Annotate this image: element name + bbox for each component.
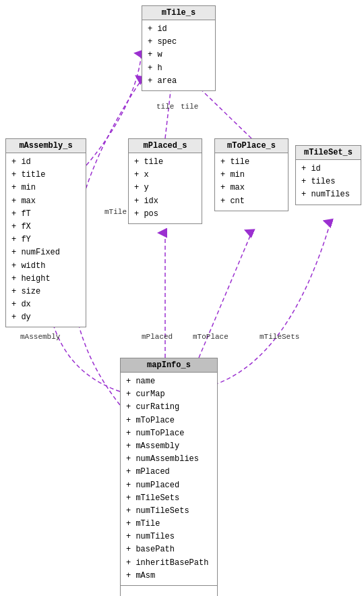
field: + numTileSets — [126, 505, 212, 518]
field: + mTile — [126, 518, 212, 531]
box-mToPlace_s-header: mToPlace_s — [215, 139, 288, 153]
box-mAssembly_s: mAssembly_s + id + title + min + max + f… — [5, 138, 86, 327]
field: + mPlaced — [126, 466, 212, 479]
field: + spec — [148, 36, 210, 49]
box-mPlaced_s: mPlaced_s + tile + x + y + idx + pos — [128, 138, 202, 224]
box-mPlaced_s-body: + tile + x + y + idx + pos — [129, 153, 202, 223]
field: + name — [126, 375, 212, 388]
label-mTile: mTile — [104, 208, 127, 216]
box-mTileSet_s-header: mTileSet_s — [296, 146, 361, 160]
field: + numAssemblies — [126, 453, 212, 466]
field: + fT — [11, 208, 80, 221]
box-mToPlace_s: mToPlace_s + tile + min + max + cnt — [214, 138, 289, 211]
box-mTileSet_s-title: mTileSet_s — [304, 148, 353, 157]
field: + fY — [11, 234, 80, 246]
box-mPlaced_s-header: mPlaced_s — [129, 139, 202, 153]
field: + title — [11, 169, 80, 182]
box-mapInfo_s-footer — [121, 585, 217, 596]
box-mPlaced_s-title: mPlaced_s — [144, 141, 187, 151]
field: + numTiles — [126, 531, 212, 543]
field: + id — [301, 163, 355, 175]
field: + tiles — [301, 175, 355, 188]
field: + mAssembly — [126, 440, 212, 453]
label-tile-right: tile — [181, 103, 198, 111]
field: + mTileSets — [126, 492, 212, 505]
label-mAssembly: mAssembly — [20, 333, 60, 341]
box-mToPlace_s-body: + tile + min + max + cnt — [215, 153, 288, 211]
field: + size — [11, 286, 80, 298]
field: + curRating — [126, 401, 212, 414]
diagram-container: mTile_s + id + spec + w + h + area mAsse… — [0, 0, 364, 596]
label-mToPlace: mToPlace — [193, 333, 229, 341]
field: + height — [11, 273, 80, 286]
box-mTile_s: mTile_s + id + spec + w + h + area — [142, 5, 216, 91]
box-mapInfo_s-body: + name + curMap + curRating + mToPlace +… — [121, 373, 217, 585]
box-mTile_s-body: + id + spec + w + h + area — [142, 20, 215, 90]
field: + fX — [11, 221, 80, 234]
field: + min — [11, 182, 80, 194]
field: + max — [220, 182, 282, 194]
field: + tile — [134, 156, 196, 169]
field: + min — [220, 169, 282, 182]
box-mAssembly_s-title: mAssembly_s — [19, 141, 72, 151]
field: + width — [11, 260, 80, 273]
field: + dy — [11, 311, 80, 324]
field: + numFixed — [11, 246, 80, 259]
field: + curMap — [126, 388, 212, 401]
field: + dx — [11, 298, 80, 311]
label-mTileSets: mTileSets — [260, 333, 299, 341]
box-mapInfo_s-header: mapInfo_s — [121, 358, 217, 373]
label-tile-left: tile — [156, 103, 174, 111]
field: + numPlaced — [126, 479, 212, 492]
label-mPlaced: mPlaced — [142, 333, 173, 341]
field: + mToPlace — [126, 414, 212, 427]
field: + id — [11, 156, 80, 169]
box-mToPlace_s-title: mToPlace_s — [227, 141, 276, 151]
field: + w — [148, 49, 210, 61]
field: + inheritBasePath — [126, 557, 212, 570]
box-mTileSet_s-body: + id + tiles + numTiles — [296, 160, 361, 205]
box-mTileSet_s: mTileSet_s + id + tiles + numTiles — [295, 145, 361, 205]
field: + idx — [134, 195, 196, 208]
box-mapInfo_s: mapInfo_s + name + curMap + curRating + … — [120, 358, 218, 596]
field: + mAsm — [126, 570, 212, 583]
box-mTile_s-header: mTile_s — [142, 6, 215, 20]
box-mapInfo_s-title: mapInfo_s — [147, 360, 191, 370]
field: + area — [148, 75, 210, 88]
field: + numToPlace — [126, 427, 212, 440]
box-mAssembly_s-header: mAssembly_s — [6, 139, 86, 153]
field: + y — [134, 182, 196, 194]
field: + id — [148, 23, 210, 36]
field: + max — [11, 195, 80, 208]
box-mTile_s-title: mTile_s — [162, 8, 195, 18]
field: + tile — [220, 156, 282, 169]
field: + cnt — [220, 195, 282, 208]
field: + h — [148, 62, 210, 75]
field: + numTiles — [301, 188, 355, 201]
field: + pos — [134, 208, 196, 221]
field: + basePath — [126, 543, 212, 556]
field: + x — [134, 169, 196, 182]
box-mAssembly_s-body: + id + title + min + max + fT + fX + fY … — [6, 153, 86, 327]
